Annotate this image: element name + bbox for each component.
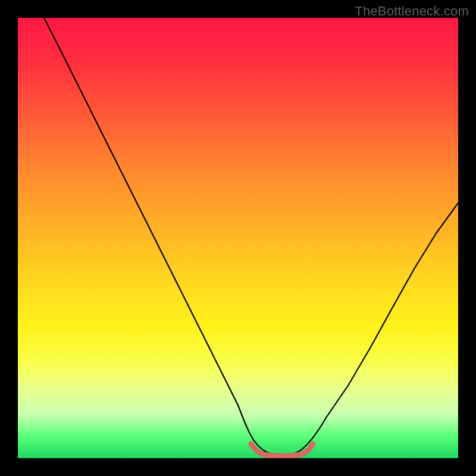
main-curve [44, 18, 458, 455]
chart-frame: TheBottleneck.com [0, 0, 476, 476]
plot-area [18, 18, 458, 458]
watermark-text: TheBottleneck.com [355, 4, 469, 19]
curve-svg [18, 18, 458, 458]
bottom-accent [251, 444, 313, 456]
